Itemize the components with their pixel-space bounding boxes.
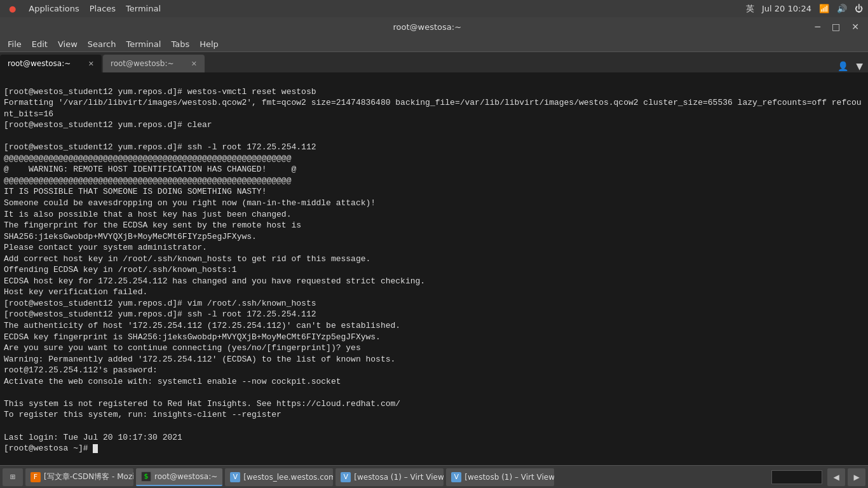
tab-westosa-close[interactable]: ✕ <box>88 60 94 68</box>
wifi-icon: 📶 <box>819 4 829 13</box>
tab-westosb-label: root@westosb:~ <box>111 59 174 68</box>
taskbar-extra-btn1[interactable]: ◀ <box>827 468 845 486</box>
maximize-button[interactable]: □ <box>828 20 844 33</box>
menu-edit[interactable]: Edit <box>27 38 53 50</box>
tab-westosb[interactable]: root@westosb:~ ✕ <box>103 55 205 72</box>
terminal-output: [root@westos_student12 yum.repos.d]# wes… <box>4 87 862 454</box>
tab-dropdown-icon[interactable]: ▼ <box>853 60 865 72</box>
sound-icon: 🔊 <box>837 4 847 13</box>
taskbar-search-input[interactable] <box>771 470 822 484</box>
virt2-icon: V <box>341 472 351 482</box>
language-indicator: 英 <box>746 3 754 15</box>
places-menu[interactable]: Places <box>86 3 119 15</box>
system-bar: ● Applications Places Terminal 英 Jul 20 … <box>0 0 868 17</box>
terminal-menu[interactable]: Terminal <box>122 3 165 15</box>
title-bar: root@westosa:~ ─ □ ✕ <box>0 17 868 36</box>
applications-menu[interactable]: Applications <box>25 3 83 15</box>
tab-westosa-label: root@westosa:~ <box>8 59 71 68</box>
show-desktop-icon: ⊞ <box>8 472 18 482</box>
virt1-icon: V <box>230 472 240 482</box>
menu-view[interactable]: View <box>53 38 83 50</box>
system-bar-left: ● Applications Places Terminal <box>5 3 165 15</box>
menu-search[interactable]: Search <box>83 38 121 50</box>
menu-file[interactable]: File <box>3 38 27 50</box>
minimize-button[interactable]: ─ <box>811 20 824 33</box>
taskbar-extra-btn2[interactable]: ▶ <box>848 468 865 486</box>
taskbar-terminal[interactable]: $ root@westosa:~ <box>136 468 222 486</box>
taskbar-terminal-label: root@westosa:~ <box>154 472 217 481</box>
datetime-indicator: Jul 20 10:24 <box>762 4 811 13</box>
terminal-area[interactable]: [root@westos_student12 yum.repos.d]# wes… <box>0 72 868 465</box>
virt3-icon: V <box>451 472 461 482</box>
taskbar-show-desktop[interactable]: ⊞ <box>3 468 23 486</box>
menu-terminal[interactable]: Terminal <box>121 38 166 50</box>
title-bar-controls: ─ □ ✕ <box>811 20 863 33</box>
tab-user-icon: 👤 <box>835 60 851 72</box>
taskbar-firefox-label: [写文章-CSDN博客 - Mozill... <box>44 471 133 482</box>
taskbar-firefox[interactable]: F [写文章-CSDN博客 - Mozill... <box>25 468 133 486</box>
menu-help[interactable]: Help <box>194 38 224 50</box>
taskbar-extras: ◀ ▶ <box>827 468 865 486</box>
taskbar-virt1[interactable]: V [westos_lee.westos.com:8 ... <box>225 468 333 486</box>
applications-icon: ● <box>5 3 20 15</box>
tab-westosb-close[interactable]: ✕ <box>191 60 197 68</box>
taskbar: ⊞ F [写文章-CSDN博客 - Mozill... $ root@westo… <box>0 465 868 488</box>
taskbar-virt1-label: [westos_lee.westos.com:8 ... <box>243 473 333 482</box>
menu-bar: File Edit View Search Terminal Tabs Help <box>0 36 868 52</box>
window-title: root@westosa:~ <box>43 22 811 32</box>
menu-tabs[interactable]: Tabs <box>166 38 194 50</box>
system-bar-right: 英 Jul 20 10:24 📶 🔊 ⏻ <box>746 3 863 15</box>
terminal-icon: $ <box>141 471 151 482</box>
taskbar-virt3-label: [westosb (1) – Virt Viewer] <box>465 473 554 482</box>
close-button[interactable]: ✕ <box>848 20 863 33</box>
tab-extras: 👤 ▼ <box>835 60 868 72</box>
cursor <box>93 444 98 453</box>
taskbar-virt2-label: [westosa (1) – Virt Viewer] <box>354 473 444 482</box>
tabs-bar: root@westosa:~ ✕ root@westosb:~ ✕ 👤 ▼ <box>0 52 868 72</box>
power-icon: ⏻ <box>855 4 863 13</box>
taskbar-virt3[interactable]: V [westosb (1) – Virt Viewer] <box>446 468 554 486</box>
firefox-icon: F <box>31 472 41 482</box>
tab-westosa[interactable]: root@westosa:~ ✕ <box>0 55 102 72</box>
taskbar-virt2[interactable]: V [westosa (1) – Virt Viewer] <box>336 468 444 486</box>
